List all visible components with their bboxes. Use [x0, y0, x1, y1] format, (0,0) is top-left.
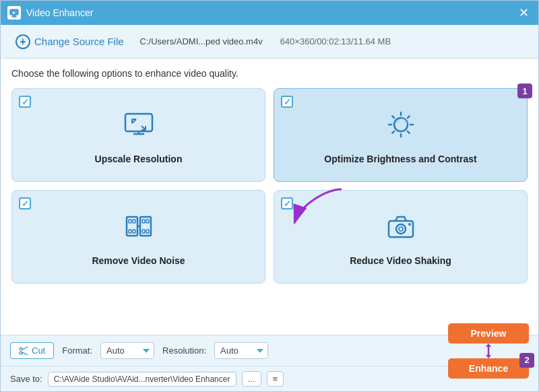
brightness-icon	[385, 108, 417, 147]
title-bar: Video Enhancer ✕	[1, 1, 538, 25]
cut-button[interactable]: Cut	[10, 342, 54, 359]
brightness-label: Optimize Brightness and Contrast	[324, 154, 476, 164]
monitor-icon	[123, 108, 155, 147]
shaking-label: Reduce Video Shaking	[350, 255, 451, 266]
svg-line-32	[22, 347, 28, 350]
scissors-icon	[19, 346, 28, 356]
options-grid: Upscale Resolution 1	[11, 88, 528, 284]
toolbar: + Change Source File C:/Users/ADMI...ped…	[1, 25, 538, 59]
save-path-input[interactable]	[48, 372, 236, 387]
cut-label: Cut	[32, 346, 45, 356]
bottom-bar: Cut Format: Auto MP4 AVI MOV MKV Resolut…	[1, 335, 538, 366]
change-source-button[interactable]: + Change Source File	[10, 32, 129, 52]
svg-rect-22	[142, 230, 145, 233]
svg-marker-38	[486, 355, 491, 358]
svg-rect-17	[133, 220, 135, 223]
title-bar-left: Video Enhancer	[7, 6, 93, 20]
checkbox-shaking[interactable]	[281, 197, 293, 209]
vertical-arrow-annotation	[478, 344, 499, 358]
checkbox-noise[interactable]	[19, 197, 31, 209]
resolution-select[interactable]: Auto 640×360 1280×720 1920×1080	[214, 342, 268, 359]
svg-point-26	[396, 224, 406, 234]
svg-rect-18	[129, 230, 131, 233]
noise-label: Remove Video Noise	[92, 255, 185, 266]
svg-point-27	[399, 227, 403, 231]
file-path: C:/Users/ADMI...ped video.m4v	[140, 36, 263, 46]
svg-rect-4	[125, 114, 152, 131]
app-icon	[7, 6, 21, 20]
svg-rect-16	[129, 220, 131, 223]
option-card-upscale: Upscale Resolution	[11, 88, 265, 182]
upscale-label: Upscale Resolution	[95, 154, 183, 164]
svg-point-31	[20, 352, 22, 354]
resolution-label: Resolution:	[162, 346, 206, 356]
svg-rect-20	[142, 220, 145, 223]
svg-rect-21	[146, 220, 149, 223]
option-card-noise: Remove Video Noise	[11, 190, 265, 284]
checkbox-upscale[interactable]	[19, 96, 31, 108]
file-meta: 640×360/00:02:13/11.64 MB	[280, 36, 391, 46]
svg-rect-2	[12, 15, 16, 17]
options-grid-wrapper: Upscale Resolution 1	[11, 88, 528, 284]
enhance-button[interactable]: Enhance	[448, 358, 529, 379]
svg-rect-19	[133, 230, 135, 233]
format-select[interactable]: Auto MP4 AVI MOV MKV	[100, 342, 154, 359]
checkbox-brightness[interactable]	[281, 96, 293, 108]
svg-rect-23	[146, 230, 149, 233]
camera-icon	[385, 210, 417, 249]
film-icon	[123, 210, 155, 249]
svg-rect-3	[11, 17, 17, 18]
svg-marker-37	[486, 344, 491, 347]
save-label: Save to:	[10, 374, 42, 384]
option-card-shaking: Reduce Video Shaking	[274, 190, 528, 284]
svg-point-28	[408, 223, 411, 226]
preview-button[interactable]: Preview	[448, 323, 529, 344]
action-buttons-column: Preview 2	[448, 323, 529, 379]
subtitle-text: Choose the following options to enhance …	[11, 68, 528, 79]
content-area: Choose the following options to enhance …	[1, 59, 538, 335]
svg-point-30	[20, 348, 22, 350]
svg-line-33	[22, 352, 28, 355]
app-title: Video Enhancer	[26, 7, 93, 18]
close-button[interactable]: ✕	[515, 5, 532, 21]
option-card-brightness: 1	[274, 88, 528, 182]
format-label: Format:	[62, 346, 92, 356]
app-window: Video Enhancer ✕ + Change Source File C:…	[0, 0, 539, 392]
browse-button[interactable]: ...	[242, 371, 261, 387]
plus-icon: +	[15, 34, 30, 49]
badge-1: 1	[517, 84, 532, 98]
change-source-label: Change Source File	[34, 36, 124, 47]
badge-2: 2	[519, 353, 534, 368]
open-folder-button[interactable]: ≡	[267, 371, 284, 387]
